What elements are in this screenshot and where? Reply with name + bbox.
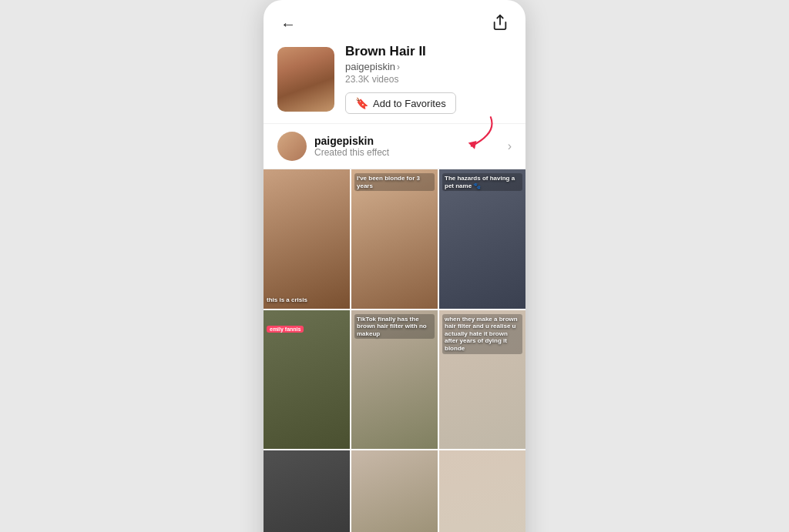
creator-row[interactable]: paigepiskin Created this effect › [264,123,525,169]
creator-avatar [277,132,307,161]
creator-info: paigepiskin Created this effect [314,135,389,158]
effect-creator-name: paigepiskin [345,61,395,72]
effect-creator-link[interactable]: paigepiskin › [345,61,456,72]
row-chevron-icon: › [508,139,512,153]
video-cell[interactable] [439,450,525,532]
creator-chevron-icon: › [397,62,400,72]
effect-meta: Brown Hair II paigepiskin › 23.3K videos… [345,44,456,114]
video-bottom-text: this is a crisis [267,296,347,304]
video-grid: this is a crisisI've been blonde for 3 y… [264,169,525,532]
video-top-text: TikTok finally has the brown hair filter… [354,314,435,340]
video-top-text: I've been blonde for 3 years [354,173,435,191]
effect-thumbnail [277,47,334,112]
add-favorites-button[interactable]: 🔖 Add to Favorites [345,92,456,114]
video-cell[interactable]: when they make a brown hair filter and u… [439,310,525,450]
effect-videos-count: 23.3K videos [345,74,456,85]
phone-frame: ← Brown Hair II paigepiskin › 23.3K [264,0,525,532]
video-cell[interactable]: The hazards of having a pet name 🐾 [439,169,525,309]
video-cell[interactable]: I've been blonde for 3 years [351,169,438,309]
effect-info-section: Brown Hair II paigepiskin › 23.3K videos… [264,44,525,123]
creator-name: paigepiskin [314,135,389,147]
creator-left: paigepiskin Created this effect [277,132,389,161]
video-cell[interactable] [264,450,350,532]
effect-title: Brown Hair II [345,44,456,59]
share-button[interactable] [489,11,512,38]
back-button[interactable]: ← [277,12,299,36]
video-cell[interactable]: emily fannis [264,310,350,450]
video-cell[interactable] [351,450,438,532]
video-top-text: The hazards of having a pet name 🐾 [442,173,522,191]
add-favorites-label: Add to Favorites [373,98,446,109]
video-cell[interactable]: TikTok finally has the brown hair filter… [351,310,438,450]
bookmark-icon: 🔖 [355,97,368,109]
top-navigation-bar: ← [264,0,525,44]
video-top-text: when they make a brown hair filter and u… [442,314,522,354]
creator-subtitle: Created this effect [314,147,389,158]
video-tag-badge: emily fannis [267,326,304,333]
video-cell[interactable]: this is a crisis [264,169,350,309]
